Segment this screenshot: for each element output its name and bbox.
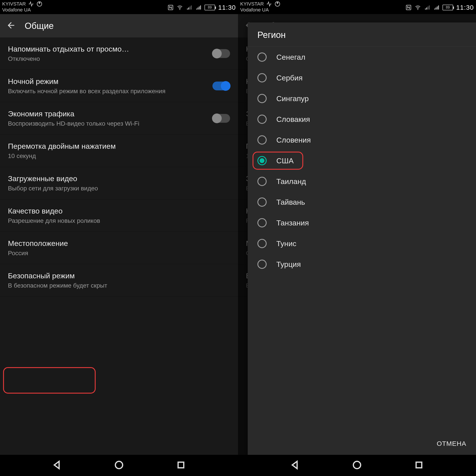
dialog-title: Регион	[248, 22, 476, 47]
svg-point-2	[179, 9, 180, 10]
nav-back[interactable]	[52, 460, 62, 471]
carrier-1: KYIVSTAR	[240, 1, 264, 7]
row-title: Безопасный режим	[8, 271, 230, 281]
row-title: Загруженные видео	[8, 174, 230, 183]
nav-back[interactable]	[290, 460, 300, 471]
row-title: Экономия трафика	[8, 109, 208, 119]
region-option[interactable]: Тунис	[248, 233, 476, 254]
status-bar: KYIVSTAR Vodafone UA 89 11:30	[238, 0, 476, 14]
svg-rect-4	[178, 462, 184, 468]
carrier-2: Vodafone UA	[240, 7, 281, 13]
phone-right: KYIVSTAR Vodafone UA 89 11:30 Общие Напо…	[238, 0, 476, 476]
row-subtitle: Выбор сети для загрузки видео	[8, 184, 230, 193]
row-title: Местоположение	[8, 238, 230, 248]
toggle-night-mode[interactable]	[212, 82, 230, 90]
radio-icon	[257, 94, 267, 103]
row-location[interactable]: МестоположениеРоссия	[0, 232, 238, 264]
row-data-saver[interactable]: Экономия трафикаВоспроизводить HD-видео …	[0, 102, 238, 135]
region-option[interactable]: Сербия	[248, 68, 476, 88]
signal-1-icon	[424, 4, 430, 11]
signal-1-icon	[186, 4, 192, 11]
row-subtitle: Россия	[8, 249, 230, 257]
row-video-quality[interactable]: Качество видеоРазрешение для новых ролик…	[0, 199, 238, 232]
radio-icon	[257, 197, 267, 207]
row-double-tap[interactable]: Перемотка двойным нажатием10 секунд	[0, 135, 238, 167]
row-downloads[interactable]: Загруженные видеоВыбор сети для загрузки…	[0, 167, 238, 199]
clock: 11:30	[218, 4, 236, 11]
row-subtitle: Отключено	[8, 55, 208, 63]
radio-icon	[257, 260, 267, 269]
carrier-1: KYIVSTAR	[2, 1, 26, 7]
nav-recent[interactable]	[414, 460, 424, 471]
clock: 11:30	[456, 4, 474, 11]
signal-2-icon	[433, 4, 440, 11]
nav-home[interactable]	[352, 460, 362, 471]
region-option[interactable]: Танзания	[248, 212, 476, 233]
wifi-icon	[415, 4, 421, 11]
battery-icon: 89	[442, 5, 453, 10]
activity-icon	[28, 1, 34, 7]
soccer-icon	[36, 1, 43, 7]
row-title: Перемотка двойным нажатием	[8, 141, 230, 151]
wifi-icon	[177, 4, 183, 11]
region-option[interactable]: Таиланд	[248, 171, 476, 192]
row-remind-break[interactable]: Напоминать отдыхать от просмо…Отключено	[0, 37, 238, 70]
row-subtitle: Воспроизводить HD-видео только через Wi-…	[8, 119, 208, 128]
nfc-icon	[168, 4, 174, 11]
radio-icon	[257, 135, 267, 145]
row-restricted-mode[interactable]: Безопасный режимВ безопасном режиме буде…	[0, 264, 238, 297]
svg-point-8	[354, 461, 361, 469]
battery-icon: 89	[204, 5, 215, 10]
region-option[interactable]: Словакия	[248, 109, 476, 130]
nav-recent[interactable]	[176, 460, 186, 471]
radio-icon	[257, 218, 267, 227]
row-subtitle: Разрешение для новых роликов	[8, 217, 230, 225]
radio-icon	[257, 156, 267, 165]
nav-bar	[238, 455, 476, 476]
row-night-mode[interactable]: Ночной режимВключить ночной режим во все…	[0, 70, 238, 102]
toggle-data-saver[interactable]	[212, 114, 230, 123]
radio-icon	[257, 177, 267, 186]
nfc-icon	[406, 4, 412, 11]
nav-home[interactable]	[114, 460, 124, 471]
app-bar: Общие	[0, 14, 238, 37]
nav-bar	[0, 455, 238, 476]
region-option[interactable]: Словения	[248, 130, 476, 150]
status-bar: KYIVSTAR Vodafone UA 89 11:30	[0, 0, 238, 14]
region-dialog: Регион Сенегал Сербия Сингапур Словакия …	[248, 22, 476, 455]
signal-2-icon	[195, 4, 202, 11]
row-subtitle: 10 секунд	[8, 152, 230, 160]
radio-icon	[257, 115, 267, 124]
soccer-icon	[274, 1, 281, 7]
row-subtitle: В безопасном режиме будет скрыт	[8, 281, 230, 290]
svg-rect-9	[416, 462, 422, 468]
region-option[interactable]: Турция	[248, 254, 476, 274]
region-option[interactable]: Сенегал	[248, 47, 476, 68]
region-list[interactable]: Сенегал Сербия Сингапур Словакия Словени…	[248, 47, 476, 431]
settings-list[interactable]: Напоминать отдыхать от просмо…Отключено …	[0, 37, 238, 455]
row-title: Напоминать отдыхать от просмо…	[8, 44, 208, 54]
page-title: Общие	[25, 21, 54, 31]
region-option-selected[interactable]: США	[248, 150, 476, 171]
toggle-remind-break[interactable]	[212, 49, 230, 58]
activity-icon	[266, 1, 272, 7]
radio-icon	[257, 52, 267, 62]
back-button[interactable]	[6, 20, 16, 31]
cancel-button[interactable]: ОТМЕНА	[435, 437, 468, 450]
radio-icon	[257, 73, 267, 83]
svg-point-7	[417, 9, 418, 10]
svg-point-3	[116, 461, 123, 469]
region-option[interactable]: Тайвань	[248, 192, 476, 212]
row-title: Ночной режим	[8, 76, 208, 86]
radio-icon	[257, 239, 267, 248]
row-subtitle: Включить ночной режим во всех разделах п…	[8, 87, 208, 95]
carrier-2: Vodafone UA	[2, 7, 43, 13]
phone-left: KYIVSTAR Vodafone UA 89 11:30 Общие На	[0, 0, 238, 476]
row-title: Качество видео	[8, 206, 230, 216]
region-option[interactable]: Сингапур	[248, 88, 476, 109]
